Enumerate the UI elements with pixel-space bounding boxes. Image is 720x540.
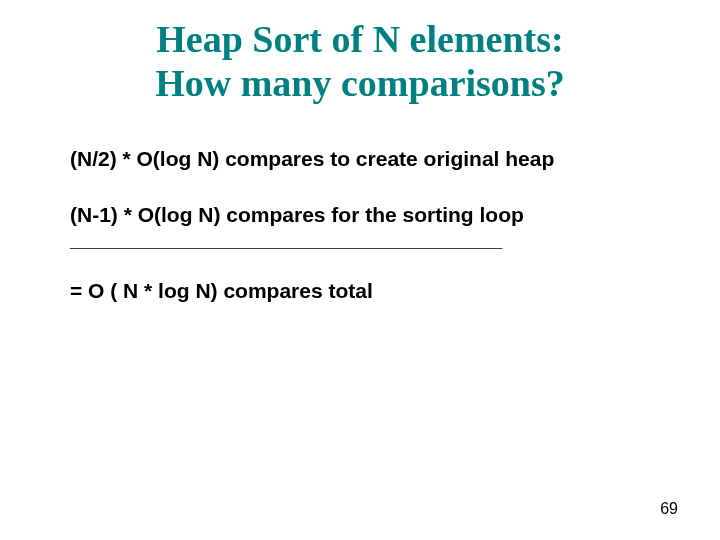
- divider-line: _____________________________________: [70, 228, 650, 249]
- slide-container: Heap Sort of N elements: How many compar…: [0, 0, 720, 540]
- body-line-1: (N/2) * O(log N) compares to create orig…: [70, 145, 650, 172]
- body-line-2: (N-1) * O(log N) compares for the sortin…: [70, 201, 650, 228]
- slide-body: (N/2) * O(log N) compares to create orig…: [40, 145, 680, 304]
- title-line-2: How many comparisons?: [155, 62, 565, 104]
- page-number: 69: [660, 500, 678, 518]
- slide-title: Heap Sort of N elements: How many compar…: [40, 18, 680, 105]
- title-line-1: Heap Sort of N elements:: [156, 18, 563, 60]
- body-line-3: = O ( N * log N) compares total: [70, 277, 650, 304]
